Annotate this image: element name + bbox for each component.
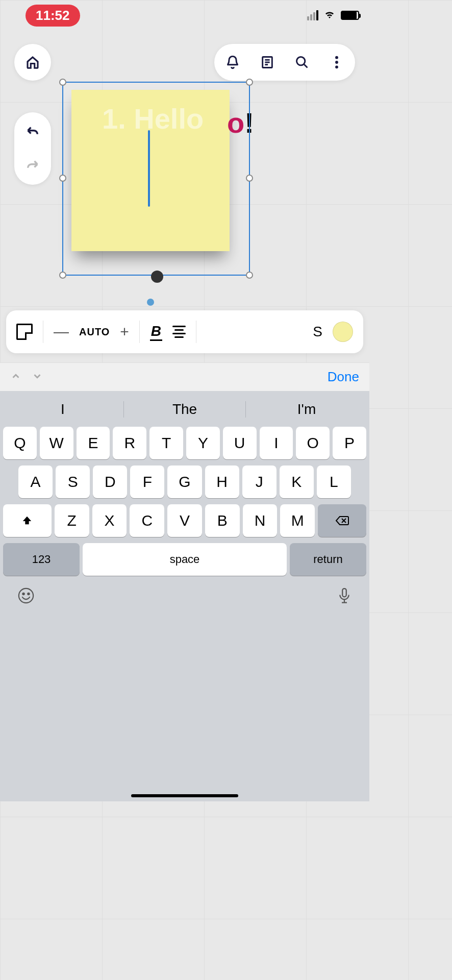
next-field-button xyxy=(32,369,43,385)
undo-icon xyxy=(26,125,40,139)
done-button[interactable]: Done xyxy=(328,369,359,385)
key-r[interactable]: R xyxy=(113,427,146,459)
key-numbers[interactable]: 123 xyxy=(3,543,80,576)
key-row-1: Q W E R T Y U I O P xyxy=(2,424,367,462)
key-f[interactable]: F xyxy=(130,465,164,498)
key-a[interactable]: A xyxy=(18,465,53,498)
key-shift[interactable] xyxy=(3,504,52,537)
cellular-signal-icon xyxy=(307,10,318,20)
key-u[interactable]: U xyxy=(223,427,257,459)
key-i[interactable]: I xyxy=(260,427,293,459)
emoji-button[interactable] xyxy=(17,587,35,607)
selection-box[interactable] xyxy=(62,82,250,276)
resize-handle-top-left[interactable] xyxy=(59,79,66,86)
font-size-mode[interactable]: AUTO xyxy=(79,326,110,338)
resize-handle-mid-right[interactable] xyxy=(246,175,253,182)
resize-handle-mid-left[interactable] xyxy=(59,175,66,182)
format-toolbar: — AUTO + B S xyxy=(6,310,363,353)
status-icons xyxy=(307,8,359,22)
color-swatch-button[interactable] xyxy=(333,322,353,342)
svg-rect-14 xyxy=(342,589,346,597)
svg-point-4 xyxy=(297,57,305,65)
key-space[interactable]: space xyxy=(83,543,287,576)
key-row-4: 123 space return xyxy=(2,540,367,579)
key-backspace[interactable] xyxy=(318,504,366,537)
key-x[interactable]: X xyxy=(92,504,127,537)
top-toolbar xyxy=(214,44,355,81)
key-b[interactable]: B xyxy=(205,504,240,537)
more-menu-button[interactable] xyxy=(328,53,346,71)
svg-point-12 xyxy=(22,593,24,595)
key-row-2: A S D F G H J K L xyxy=(2,462,367,501)
key-t[interactable]: T xyxy=(149,427,183,459)
bold-button[interactable]: B xyxy=(150,323,162,341)
key-h[interactable]: H xyxy=(205,465,239,498)
key-p[interactable]: P xyxy=(333,427,366,459)
svg-point-6 xyxy=(335,56,338,59)
notifications-button[interactable] xyxy=(223,53,242,71)
suggestion-0[interactable]: I xyxy=(2,401,124,418)
microphone-icon xyxy=(337,587,352,605)
key-c[interactable]: C xyxy=(130,504,164,537)
resize-handle-top-right[interactable] xyxy=(246,79,253,86)
backspace-icon xyxy=(335,515,349,526)
battery-icon xyxy=(341,11,359,20)
key-j[interactable]: J xyxy=(242,465,277,498)
wifi-icon xyxy=(323,8,336,22)
shift-icon xyxy=(21,515,33,526)
chevron-up-icon xyxy=(10,371,21,382)
redo-button xyxy=(23,156,42,175)
keyboard: I The I'm Q W E R T Y U I O P A S D F G … xyxy=(0,391,369,801)
status-bar: 11:52 xyxy=(0,0,369,31)
svg-point-11 xyxy=(19,589,33,603)
keyboard-accessory: Done xyxy=(0,362,369,391)
align-button[interactable] xyxy=(172,326,186,338)
key-d[interactable]: D xyxy=(93,465,127,498)
document-icon xyxy=(260,55,274,69)
key-w[interactable]: W xyxy=(40,427,73,459)
recording-time-pill[interactable]: 11:52 xyxy=(26,5,80,27)
home-button[interactable] xyxy=(14,44,51,81)
key-y[interactable]: Y xyxy=(186,427,220,459)
svg-point-7 xyxy=(335,61,338,64)
key-return[interactable]: return xyxy=(290,543,366,576)
suggestion-1[interactable]: The xyxy=(124,401,246,418)
key-o[interactable]: O xyxy=(296,427,330,459)
note-shape-button[interactable] xyxy=(16,324,33,340)
suggestion-bar: I The I'm xyxy=(2,395,367,424)
home-icon xyxy=(25,55,40,70)
key-e[interactable]: E xyxy=(77,427,110,459)
font-size-increase-button[interactable]: + xyxy=(120,323,129,340)
prev-field-button xyxy=(10,369,21,385)
bell-icon xyxy=(225,55,240,69)
font-size-decrease-button[interactable]: — xyxy=(54,323,69,340)
search-icon xyxy=(295,55,309,69)
notes-list-button[interactable] xyxy=(258,53,277,71)
key-k[interactable]: K xyxy=(280,465,314,498)
undo-redo-toolbar xyxy=(14,112,51,185)
key-m[interactable]: M xyxy=(280,504,315,537)
key-row-3: Z X C V B N M xyxy=(2,501,367,540)
key-v[interactable]: V xyxy=(167,504,202,537)
home-indicator[interactable] xyxy=(131,794,238,797)
key-s[interactable]: S xyxy=(56,465,90,498)
chevron-down-icon xyxy=(32,371,43,382)
key-l[interactable]: L xyxy=(317,465,351,498)
emoji-icon xyxy=(17,587,35,604)
resize-handle-bottom-right[interactable] xyxy=(246,272,253,279)
svg-point-8 xyxy=(335,65,338,68)
key-z[interactable]: Z xyxy=(55,504,89,537)
more-vertical-icon xyxy=(335,55,339,69)
key-q[interactable]: Q xyxy=(3,427,37,459)
suggestion-2[interactable]: I'm xyxy=(246,401,367,418)
resize-handle-bottom-left[interactable] xyxy=(59,272,66,279)
rotate-handle[interactable] xyxy=(151,271,163,283)
undo-button[interactable] xyxy=(23,122,42,141)
key-n[interactable]: N xyxy=(243,504,278,537)
style-button[interactable]: S xyxy=(313,324,322,340)
key-g[interactable]: G xyxy=(167,465,202,498)
redo-icon xyxy=(26,158,40,173)
search-button[interactable] xyxy=(293,53,311,71)
connection-dot[interactable] xyxy=(147,299,154,306)
dictation-button[interactable] xyxy=(337,587,352,607)
